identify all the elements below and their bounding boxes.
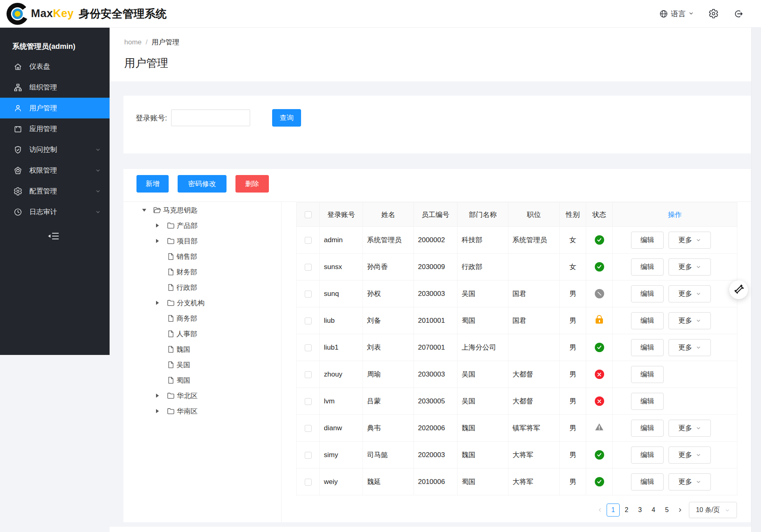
more-button[interactable]: 更多 <box>669 420 711 437</box>
org-icon <box>13 83 22 92</box>
sidebar-item-app[interactable]: 应用管理 <box>0 118 110 139</box>
select-all-checkbox[interactable] <box>305 211 312 218</box>
change-password-button[interactable]: 密码修改 <box>178 175 227 193</box>
row-checkbox[interactable] <box>305 452 312 459</box>
pagination-next-icon[interactable] <box>674 504 686 517</box>
more-button[interactable]: 更多 <box>669 258 711 276</box>
row-checkbox[interactable] <box>305 237 312 244</box>
chevron-down-icon <box>696 479 701 484</box>
tree-expand-icon[interactable] <box>142 209 153 212</box>
org-tree: 马克思钥匙产品部项目部销售部财务部行政部分支机构商务部人事部魏国吴国蜀国华北区华… <box>123 202 282 522</box>
delete-button[interactable]: 删除 <box>235 175 269 193</box>
cell-name: 孙尚香 <box>363 254 414 280</box>
cell-employee-no: 2070001 <box>414 334 457 361</box>
tree-node[interactable]: 产品部 <box>123 218 281 233</box>
tree-node[interactable]: 华北区 <box>123 388 281 403</box>
row-checkbox[interactable] <box>305 479 312 486</box>
edit-button[interactable]: 编辑 <box>631 339 664 356</box>
edit-button[interactable]: 编辑 <box>631 285 664 302</box>
tree-node[interactable]: 华南区 <box>123 403 281 419</box>
edit-button[interactable]: 编辑 <box>631 232 664 249</box>
cell-account: lvm <box>320 388 363 415</box>
sidebar-item-shield[interactable]: 访问控制 <box>0 139 110 160</box>
edit-button[interactable]: 编辑 <box>631 420 664 437</box>
cell-gender: 男 <box>560 280 586 307</box>
pagination-page-5[interactable]: 5 <box>660 504 673 517</box>
more-button[interactable]: 更多 <box>669 285 711 302</box>
language-switcher[interactable]: 语言 <box>659 9 694 19</box>
tree-node[interactable]: 财务部 <box>123 264 281 280</box>
row-actions: 编辑更多 <box>631 232 737 249</box>
users-card: 新增 密码修改 删除 马克思钥匙产品部项目部销售部财务部行政部分支机构商务部人事… <box>123 169 751 522</box>
chevron-down-icon <box>95 168 101 173</box>
row-actions: 编辑更多 <box>631 447 737 464</box>
tree-node[interactable]: 马克思钥匙 <box>123 202 281 218</box>
row-checkbox[interactable] <box>305 371 312 378</box>
tree-collapse-icon[interactable] <box>156 409 167 413</box>
maxkey-logo: MaxKey 身份安全管理系统 <box>0 3 167 25</box>
tree-collapse-icon[interactable] <box>156 301 167 305</box>
add-button[interactable]: 新增 <box>136 175 169 193</box>
sidebar-collapse-icon[interactable] <box>47 231 59 241</box>
more-button[interactable]: 更多 <box>669 473 711 490</box>
sidebar-item-org[interactable]: 组织管理 <box>0 77 110 98</box>
pagination-prev-icon[interactable] <box>594 504 606 517</box>
row-checkbox[interactable] <box>305 425 312 432</box>
sidebar-item-permission[interactable]: 权限管理 <box>0 160 110 181</box>
pagination-page-3[interactable]: 3 <box>633 504 647 517</box>
row-checkbox[interactable] <box>305 344 312 351</box>
row-checkbox[interactable] <box>305 398 312 405</box>
cell-actions: 编辑更多 <box>613 442 737 469</box>
tree-node[interactable]: 商务部 <box>123 311 281 326</box>
cell-gender: 男 <box>560 361 586 388</box>
tree-node[interactable]: 蜀国 <box>123 372 281 388</box>
logout-icon[interactable] <box>733 9 743 19</box>
sidebar-item-label: 仪表盘 <box>29 62 50 71</box>
pagination-page-2[interactable]: 2 <box>620 504 633 517</box>
row-checkbox[interactable] <box>305 291 312 298</box>
query-button[interactable]: 查询 <box>272 109 301 127</box>
cell-employee-no: 2030005 <box>414 388 457 415</box>
pagination-page-4[interactable]: 4 <box>647 504 660 517</box>
chevron-down-icon <box>688 9 694 18</box>
breadcrumb-home[interactable]: home <box>124 38 142 46</box>
sidebar-item-clock[interactable]: 日志审计 <box>0 201 110 222</box>
magic-wand-floating-button[interactable] <box>729 280 748 299</box>
more-button[interactable]: 更多 <box>669 312 711 329</box>
sidebar-item-user[interactable]: 用户管理 <box>0 98 110 118</box>
tree-collapse-icon[interactable] <box>156 223 167 228</box>
more-button[interactable]: 更多 <box>669 339 711 356</box>
status-warning-icon <box>594 426 604 433</box>
edit-button[interactable]: 编辑 <box>631 366 664 383</box>
tree-node[interactable]: 吴国 <box>123 357 281 372</box>
sidebar-item-gear[interactable]: 配置管理 <box>0 181 110 201</box>
tree-node[interactable]: 销售部 <box>123 249 281 264</box>
sidebar-item-dashboard[interactable]: 仪表盘 <box>0 56 110 77</box>
page-scrollbar[interactable] <box>751 28 761 532</box>
edit-button[interactable]: 编辑 <box>631 473 664 490</box>
cell-employee-no: 2030003 <box>414 280 457 307</box>
settings-gear-icon[interactable] <box>708 9 719 19</box>
tree-collapse-icon[interactable] <box>156 394 167 398</box>
more-button[interactable]: 更多 <box>669 232 711 249</box>
row-checkbox[interactable] <box>305 317 312 324</box>
more-button[interactable]: 更多 <box>669 447 711 464</box>
tree-node[interactable]: 项目部 <box>123 233 281 249</box>
edit-button[interactable]: 编辑 <box>631 258 664 276</box>
cell-actions: 编辑更多 <box>613 469 737 495</box>
row-checkbox[interactable] <box>305 264 312 271</box>
pagination-page-1[interactable]: 1 <box>607 504 620 517</box>
login-account-input[interactable] <box>171 109 250 126</box>
cell-department: 魏国 <box>457 415 508 442</box>
tree-node-label: 商务部 <box>176 314 197 323</box>
tree-node[interactable]: 分支机构 <box>123 295 281 311</box>
tree-node[interactable]: 行政部 <box>123 280 281 295</box>
edit-button[interactable]: 编辑 <box>631 393 664 410</box>
tree-node[interactable]: 人事部 <box>123 326 281 342</box>
edit-button[interactable]: 编辑 <box>631 447 664 464</box>
edit-button[interactable]: 编辑 <box>631 312 664 329</box>
page-size-select[interactable]: 10 条/页 <box>689 502 737 518</box>
doc-icon <box>167 361 175 369</box>
tree-node[interactable]: 魏国 <box>123 342 281 357</box>
tree-collapse-icon[interactable] <box>156 239 167 243</box>
